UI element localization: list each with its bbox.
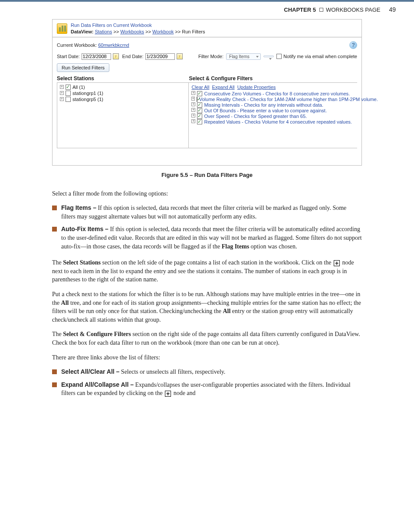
expand-all-link[interactable]: Expand All xyxy=(212,85,235,90)
body-paragraph: There are three links above the list of … xyxy=(52,353,362,362)
panel-titlebar: Run Data Filters on Current Workbook Dat… xyxy=(53,20,361,37)
filter-mode-label: Filter Mode: xyxy=(198,54,223,59)
help-icon[interactable]: ? xyxy=(349,41,357,49)
bullet-icon xyxy=(52,227,57,232)
list-item: Flag Items – If this option is selected,… xyxy=(52,204,362,221)
calendar-icon[interactable]: 7 xyxy=(177,53,183,59)
square-icon xyxy=(319,8,323,12)
bullet-list: Select All/Clear All – Selects or unsele… xyxy=(52,368,362,398)
filter-item[interactable]: + Out Of Bounds - Please enter a value t… xyxy=(191,108,355,113)
expand-icon[interactable]: + xyxy=(191,108,195,112)
filter-mode-select[interactable]: Flag Items xyxy=(226,53,261,60)
station-tree-item[interactable]: + All (1) xyxy=(60,85,186,90)
list-item: Expand All/Collapse All – Expands/collap… xyxy=(52,381,362,398)
station-tree-item[interactable]: + stationgrp1 (1) xyxy=(60,91,186,96)
filter-item[interactable]: + Missing Intervals - Checks for any int… xyxy=(191,102,355,108)
panel-title: Run Data Filters on Current Workbook xyxy=(71,22,205,29)
page-number: 49 xyxy=(389,6,396,13)
filter-item[interactable]: + Over Speed - Checks for Speed greater … xyxy=(191,114,355,119)
checkbox-icon[interactable] xyxy=(197,114,202,119)
checkbox-icon[interactable] xyxy=(197,108,202,113)
bullet-list: Flag Items – If this option is selected,… xyxy=(52,204,362,251)
checkbox-icon[interactable] xyxy=(66,85,71,90)
filter-item[interactable]: + Repeated Values - Checks Volume for 4 … xyxy=(191,119,355,124)
end-date-input[interactable] xyxy=(145,53,175,60)
figure-caption: Figure 5.5 – Run Data Filters Page xyxy=(52,172,362,178)
checkbox-icon xyxy=(276,54,282,59)
run-selected-filters-button[interactable]: Run Selected Filters xyxy=(57,63,109,72)
breadcrumb-link[interactable]: Workbooks xyxy=(120,29,144,34)
expand-icon[interactable]: + xyxy=(60,85,64,89)
expand-icon[interactable]: + xyxy=(60,97,64,101)
list-item: Auto-Fix Items – If this option is selec… xyxy=(52,225,362,251)
select-stations-tree: + All (1) + stationgrp1 (1) + stationgrp… xyxy=(57,83,189,148)
expand-icon[interactable]: + xyxy=(191,97,194,101)
breadcrumb-link[interactable]: Workbook xyxy=(152,29,174,34)
checkbox-icon[interactable] xyxy=(66,97,71,102)
expand-icon[interactable]: + xyxy=(191,91,195,95)
start-date-input[interactable] xyxy=(82,53,111,60)
list-item: Select All/Clear All – Selects or unsele… xyxy=(52,368,362,376)
checkbox-icon[interactable] xyxy=(197,97,197,102)
breadcrumb: DataView: Stations >> Workbooks >> Workb… xyxy=(71,29,205,35)
chevron-down-icon xyxy=(269,58,272,60)
filter-item[interactable]: + Consecutive Zero Volumes - Checks for … xyxy=(191,91,355,96)
app-logo-icon xyxy=(57,23,67,34)
current-workbook-label: Current Workbook: xyxy=(57,42,97,48)
checkbox-icon[interactable] xyxy=(66,91,71,96)
breadcrumb-link[interactable]: Stations xyxy=(95,29,112,34)
end-date-label: End Date: xyxy=(122,54,144,59)
bullet-icon xyxy=(52,382,57,387)
checkbox-icon[interactable] xyxy=(197,91,202,96)
filter-action-links: Clear All Expand All Update Properties xyxy=(191,85,355,90)
select-filters-list: Clear All Expand All Update Properties +… xyxy=(189,83,357,148)
expand-icon[interactable]: + xyxy=(191,119,195,123)
start-date-label: Start Date: xyxy=(57,54,80,59)
checkbox-icon[interactable] xyxy=(197,119,202,124)
expand-icon[interactable]: + xyxy=(60,91,64,95)
screenshot-panel: Run Data Filters on Current Workbook Dat… xyxy=(52,19,362,166)
plus-node-icon: + xyxy=(334,260,340,266)
body-paragraph: Select a filter mode from the following … xyxy=(52,189,362,198)
filter-mode-aux-select[interactable] xyxy=(263,55,274,57)
station-tree-item[interactable]: + stationgrp5 (1) xyxy=(60,97,186,102)
plus-node-icon: + xyxy=(165,391,171,397)
select-filters-header: Select & Configure Filters xyxy=(189,75,357,82)
chevron-down-icon xyxy=(256,56,259,58)
body-paragraph: Put a check next to the stations for whi… xyxy=(52,290,362,324)
bullet-icon xyxy=(52,369,57,374)
page-header: CHAPTER 5 WORKBOOKS PAGE 49 xyxy=(0,2,414,19)
notify-checkbox[interactable]: Notify me via email when complete xyxy=(276,54,357,59)
checkbox-icon[interactable] xyxy=(197,102,202,108)
select-stations-header: Select Stations xyxy=(57,75,189,82)
chapter-label: CHAPTER 5 xyxy=(284,7,316,13)
update-properties-link[interactable]: Update Properties xyxy=(237,85,276,90)
expand-icon[interactable]: + xyxy=(191,114,195,117)
expand-icon[interactable]: + xyxy=(191,102,195,106)
chapter-title: WORKBOOKS PAGE xyxy=(326,7,380,13)
current-workbook-link[interactable]: 60mwrkbkcrnd xyxy=(98,42,129,48)
bullet-icon xyxy=(52,206,57,210)
filter-item[interactable]: + Volume Reality Check - Checks for 1AM-… xyxy=(191,97,355,102)
body-paragraph: The Select Stations section on the left … xyxy=(52,258,362,284)
body-paragraph: The Select & Configure Filters section o… xyxy=(52,330,362,347)
calendar-icon[interactable]: 7 xyxy=(113,53,119,59)
clear-all-link[interactable]: Clear All xyxy=(191,85,209,90)
